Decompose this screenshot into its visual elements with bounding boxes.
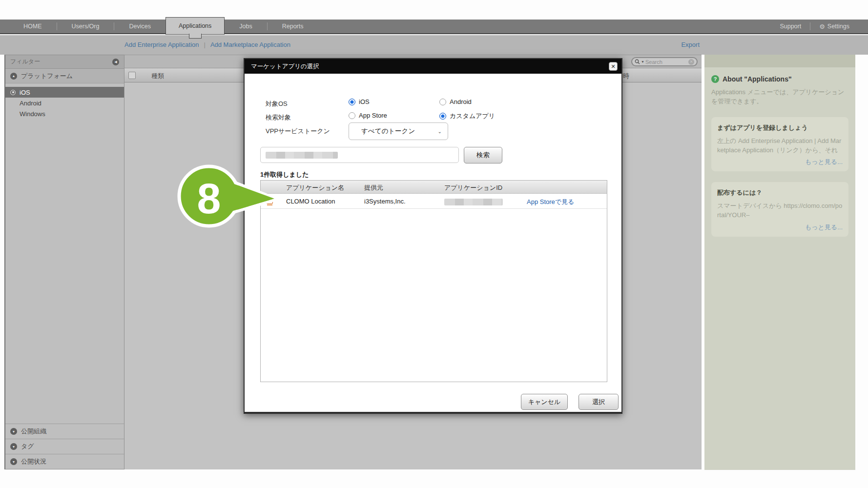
platform-option-android[interactable]: Android: [5, 98, 124, 108]
spacer: [5, 119, 124, 424]
chevron-down-icon: ▼: [10, 428, 17, 435]
settings-label: Settings: [827, 23, 849, 30]
about-title-row: ? About "Applications": [711, 75, 848, 83]
filter-section-organization[interactable]: ▼ 公開組織: [5, 424, 124, 439]
platform-option-label: Android: [20, 100, 41, 107]
vpp-token-select[interactable]: すべてのトークン ⌄: [349, 122, 448, 140]
step-number: 8: [197, 174, 221, 223]
table-row-clomo-location[interactable]: CLOMO Location i3Systems,Inc. App Storeで…: [261, 194, 607, 209]
dialog-title-bar: マーケットアプリの選択: [245, 59, 621, 74]
clear-search-icon[interactable]: ✕: [688, 59, 694, 65]
search-button[interactable]: 検索: [464, 147, 502, 163]
platform-option-ios[interactable]: iOS: [5, 87, 124, 98]
column-app-name: アプリケーション名: [286, 183, 344, 192]
radio-label: Android: [450, 98, 472, 105]
search-scope-caret-icon[interactable]: ▼: [641, 60, 644, 63]
list-search-box[interactable]: ▼ ✕: [631, 57, 698, 66]
gear-icon: ⚙: [819, 23, 825, 30]
about-title: About "Applications": [723, 75, 792, 83]
search-input[interactable]: [645, 59, 682, 65]
column-header-time-partial: 時: [623, 72, 629, 81]
search-target-label: 検索対象: [266, 113, 291, 122]
nav-tabs: HOME Users/Org Devices Applications Jobs…: [9, 18, 318, 35]
vpp-token-label: VPPサービストークン: [266, 127, 330, 136]
platform-section-header[interactable]: ▲ プラットフォーム: [5, 69, 124, 83]
see-more-link[interactable]: もっと見る...: [717, 223, 843, 232]
radio-target-custom-app[interactable]: カスタムアプリ: [439, 112, 495, 121]
radio-os-android[interactable]: Android: [439, 98, 472, 105]
nav-utility: Support ⚙Settings: [771, 19, 858, 34]
filter-section-label: タグ: [21, 442, 34, 451]
dialog-title: マーケットアプリの選択: [251, 62, 319, 71]
radio-os-ios[interactable]: iOS: [349, 98, 370, 105]
market-app-select-dialog: マーケットアプリの選択 ✕ 対象OS iOS Android 検索対象 App …: [244, 58, 622, 414]
app-store-link[interactable]: App Storeで見る: [527, 198, 574, 206]
filter-sidebar: フィルター ◀ ▲ プラットフォーム iOS Android Windows ▼…: [4, 55, 124, 469]
page: HOME Users/Org Devices Applications Jobs…: [0, 0, 868, 488]
app-search-input[interactable]: [260, 147, 459, 163]
select-all-checkbox[interactable]: [128, 72, 136, 79]
nav-item-devices[interactable]: Devices: [114, 19, 165, 34]
step-8-callout: 8: [165, 153, 285, 239]
result-table: アプリケーション名 提供元 アプリケーションID CLOMO Location …: [260, 180, 607, 382]
chevron-down-icon: ▼: [10, 458, 17, 465]
chevron-up-icon: ▲: [10, 73, 17, 80]
nav-item-jobs[interactable]: Jobs: [225, 19, 267, 34]
filter-section-tag[interactable]: ▼ タグ: [5, 439, 124, 454]
app-id-cell-redacted: [444, 198, 503, 207]
vendor-cell: i3Systems,Inc.: [364, 198, 406, 205]
help-card-register: まずはアプリを登録しましょう 左上の Add Enterprise Applic…: [711, 117, 848, 172]
help-card-body: スマートデバイスから https://clomo.com/portal/YOUR…: [717, 202, 843, 220]
radio-target-appstore[interactable]: App Store: [349, 112, 387, 119]
export-link[interactable]: Export: [681, 41, 700, 48]
add-marketplace-application-link[interactable]: Add Marketplace Application: [210, 41, 290, 48]
platform-option-label: iOS: [20, 89, 30, 96]
platform-section-label: プラットフォーム: [21, 72, 73, 81]
column-vendor: 提供元: [364, 183, 383, 192]
platform-option-windows[interactable]: Windows: [5, 108, 124, 119]
column-app-id: アプリケーションID: [444, 183, 502, 192]
help-card-distribute: 配布するには？ スマートデバイスから https://clomo.com/por…: [711, 182, 848, 237]
settings-link[interactable]: ⚙Settings: [810, 19, 858, 34]
help-panel-band: [704, 55, 855, 67]
help-card-title: 配布するには？: [717, 188, 843, 197]
radio-unselected-icon: [439, 99, 446, 105]
select-button[interactable]: 選択: [579, 394, 619, 410]
filter-section-label: 公開組織: [21, 427, 46, 436]
help-card-body: 左上の Add Enterprise Application | Add Mar…: [717, 137, 843, 155]
add-application-links: Add Enterprise Application|Add Marketpla…: [124, 41, 290, 48]
nav-item-applications-active[interactable]: Applications: [165, 17, 225, 35]
radio-label: カスタムアプリ: [450, 112, 495, 121]
search-icon: [635, 59, 640, 64]
radio-label: App Store: [359, 112, 387, 119]
radio-unselected-icon: [349, 112, 355, 119]
nav-item-home[interactable]: HOME: [9, 19, 57, 34]
result-table-header: アプリケーション名 提供元 アプリケーションID: [261, 181, 607, 194]
column-header-kind[interactable]: 種類: [151, 72, 164, 81]
nav-item-users-org[interactable]: Users/Org: [57, 19, 114, 34]
radio-label: iOS: [359, 98, 370, 105]
cancel-button[interactable]: キャンセル: [521, 394, 568, 410]
redacted-app-id: [444, 199, 503, 205]
filter-section-label: 公開状況: [21, 457, 46, 466]
close-icon[interactable]: ✕: [609, 62, 618, 71]
selected-radio-icon: [10, 90, 16, 95]
add-enterprise-application-link[interactable]: Add Enterprise Application: [124, 41, 199, 48]
chevron-down-icon: ▼: [10, 443, 17, 450]
help-panel: ? About "Applications" Applications メニュー…: [704, 55, 855, 470]
help-question-icon: ?: [711, 75, 719, 83]
radio-selected-icon: [349, 99, 355, 105]
filter-title: フィルター: [10, 58, 40, 66]
top-nav: HOME Users/Org Devices Applications Jobs…: [0, 20, 868, 34]
filter-header: フィルター ◀: [5, 55, 124, 69]
chevron-down-icon: ⌄: [438, 129, 442, 134]
app-name-cell: CLOMO Location: [286, 198, 335, 205]
collapse-panel-icon[interactable]: ◀: [112, 59, 119, 65]
see-more-link[interactable]: もっと見る...: [717, 158, 843, 166]
filter-section-publication[interactable]: ▼ 公開状況: [5, 454, 124, 469]
support-link[interactable]: Support: [771, 19, 810, 34]
platform-option-label: Windows: [20, 110, 45, 118]
about-intro-text: Applications メニューでは、アプリケーションを管理できます。: [711, 88, 848, 106]
sub-header: Add Enterprise Application|Add Marketpla…: [0, 35, 868, 55]
nav-item-reports[interactable]: Reports: [268, 19, 318, 34]
